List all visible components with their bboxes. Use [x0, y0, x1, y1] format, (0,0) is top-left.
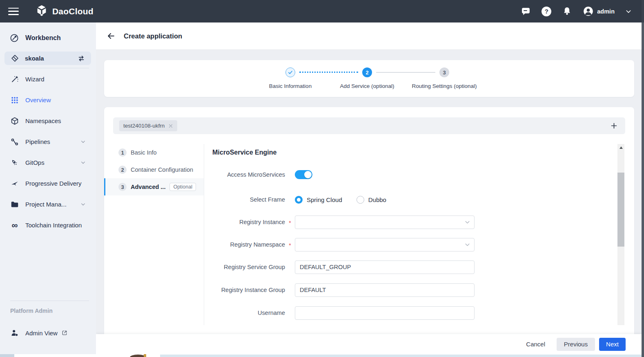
registry-service-group-row: Registry Service Group [212, 260, 588, 274]
step-3-label: Routing Settings (optional) [399, 83, 489, 89]
pipeline-icon [10, 137, 19, 146]
sidebar-item-namespaces[interactable]: Namespaces [0, 110, 96, 131]
close-icon[interactable] [168, 123, 173, 128]
registry-namespace-select[interactable] [295, 238, 475, 251]
form-step-label: Advanced ... [131, 184, 165, 190]
form-step-advanced[interactable]: 3 Advanced ... Optional [104, 178, 204, 195]
step-2-indicator[interactable]: 2 [362, 67, 372, 77]
external-link-icon [61, 330, 68, 336]
brand-logo[interactable]: DaoCloud [35, 4, 94, 19]
platform-admin-section-label: Platform Admin [10, 308, 53, 314]
sidebar-item-wizard[interactable]: Wizard [0, 69, 96, 90]
field-label: Registry Instance Group [212, 287, 285, 293]
workbench-label: Workbench [25, 34, 61, 42]
radio-spring-cloud[interactable] [295, 196, 303, 204]
folder-icon [10, 200, 19, 209]
sidebar-item-label: Pipelines [25, 138, 50, 145]
daocloud-logo-icon [35, 4, 48, 19]
chevron-down-icon[interactable] [625, 8, 632, 15]
form-step-basic-info[interactable]: 1 Basic Info [104, 144, 204, 161]
sidebar-item-pipelines[interactable]: Pipelines [0, 131, 96, 152]
swap-icon[interactable] [77, 54, 85, 63]
form-step-nav: 1 Basic Info 2 Container Configuration 3… [104, 144, 204, 195]
field-label: Registry Namespace [212, 241, 285, 248]
registry-instance-select[interactable] [295, 216, 475, 229]
service-tag[interactable]: test240108-ukfrn [119, 120, 177, 131]
menu-icon[interactable] [8, 8, 19, 15]
step-number-badge: 3 [118, 183, 127, 191]
infinity-icon: ∞ [10, 221, 19, 229]
sidebar: Workbench skoala W [0, 22, 96, 354]
taskbar-segment [160, 355, 644, 357]
sidebar-item-overview[interactable]: Overview [0, 90, 96, 110]
sidebar-item-gitops[interactable]: GitOps [0, 152, 96, 173]
scroll-up-arrow-icon[interactable] [617, 144, 624, 151]
grid-dots-icon [10, 96, 19, 104]
sidebar-item-progressive-delivery[interactable]: Progressive Delivery [0, 173, 96, 194]
sidebar-item-toolchain-integration[interactable]: ∞ Toolchain Integration [0, 215, 96, 236]
field-label: Registry Service Group [212, 264, 285, 270]
sidebar-item-label: Wizard [25, 76, 45, 83]
registry-service-group-input[interactable] [295, 260, 475, 274]
browser-scrollbar[interactable] [642, 0, 644, 357]
step-1-label: Basic Information [245, 83, 335, 89]
taskbar-strip [0, 354, 644, 357]
select-frame-row: Select Frame Spring Cloud Dubbo [212, 193, 588, 207]
sidebar-item-label: Toolchain Integration [25, 222, 82, 229]
wizard-footer: Cancel Previous Next [96, 334, 642, 354]
add-service-button[interactable] [608, 120, 619, 131]
required-marker: * [285, 240, 295, 249]
chevron-down-icon [464, 242, 470, 249]
message-icon[interactable] [521, 6, 531, 16]
access-microservices-toggle[interactable] [295, 170, 312, 179]
help-icon[interactable]: ? [541, 7, 551, 16]
user-menu[interactable]: admin [583, 6, 615, 17]
sidebar-divider [10, 68, 89, 68]
avatar-icon [583, 6, 594, 17]
field-label: Access MicroServices [212, 171, 285, 178]
service-tag-label: test240108-ukfrn [123, 123, 165, 129]
radio-label: Dubbo [368, 196, 386, 203]
sidebar-item-project-management[interactable]: Project Mana... [0, 194, 96, 215]
vertical-divider [204, 144, 204, 325]
stepper-card: 2 3 Basic Information Add Service (optio… [104, 60, 634, 97]
back-arrow-icon[interactable] [107, 31, 116, 40]
field-label: Select Frame [212, 196, 285, 203]
radio-dubbo[interactable] [357, 196, 364, 204]
username-input[interactable] [295, 306, 475, 320]
bell-icon[interactable] [562, 6, 572, 16]
registry-instance-group-input[interactable] [295, 283, 475, 297]
scrollbar-thumb[interactable] [617, 173, 624, 247]
cancel-button[interactable]: Cancel [526, 341, 545, 348]
taskbar-thumbnail-accent [144, 354, 146, 357]
workspace-selector[interactable]: skoala [4, 52, 91, 65]
sidebar-item-workbench[interactable]: Workbench [0, 28, 96, 48]
form-section-heading: MicroService Engine [212, 149, 276, 156]
bird-icon [10, 179, 19, 188]
brand-name: DaoCloud [52, 7, 94, 16]
sidebar-item-label: Progressive Delivery [25, 180, 82, 187]
optional-badge: Optional [169, 183, 196, 191]
admin-view-label: Admin View [25, 330, 58, 337]
workspace-name: skoala [25, 55, 44, 62]
toggle-knob [304, 171, 312, 178]
form-step-container-configuration[interactable]: 2 Container Configuration [104, 161, 204, 178]
next-button[interactable]: Next [599, 338, 626, 351]
gem-icon [11, 54, 19, 63]
sidebar-item-label: Project Mana... [25, 201, 67, 208]
registry-instance-row: Registry Instance * [212, 215, 588, 229]
sidebar-item-admin-view[interactable]: Admin View [0, 324, 96, 341]
page-title: Create application [124, 32, 182, 40]
access-microservices-row: Access MicroServices [212, 168, 588, 182]
sidebar-item-label: Overview [25, 97, 51, 103]
registry-instance-group-row: Registry Instance Group [212, 283, 588, 297]
step-1-indicator[interactable] [285, 67, 295, 77]
taskbar-segment [0, 354, 14, 357]
radio-label: Spring Cloud [307, 196, 342, 203]
top-navbar: DaoCloud ? [0, 0, 644, 22]
previous-button[interactable]: Previous [557, 338, 595, 351]
workbench-icon [9, 33, 19, 43]
step-3-indicator[interactable]: 3 [439, 67, 449, 77]
form-scrollbar[interactable] [617, 144, 624, 325]
sidebar-item-label: Namespaces [25, 117, 61, 124]
